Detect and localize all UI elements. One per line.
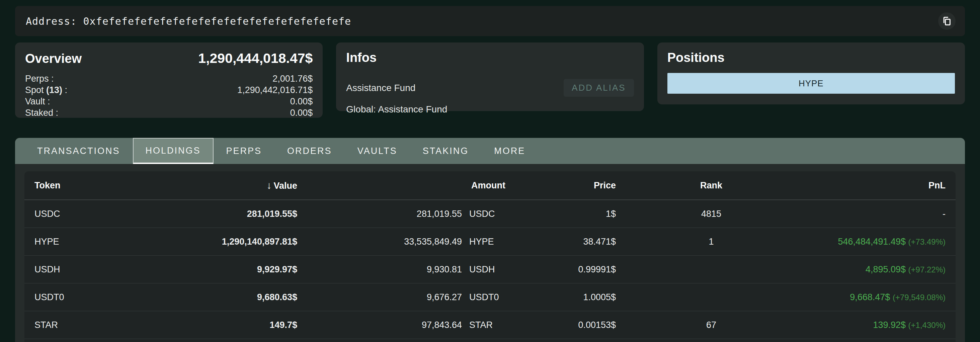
sort-descending-icon: ↓	[266, 180, 272, 191]
perps-value: 2,001.76$	[272, 73, 313, 84]
staked-value: 0.00$	[290, 107, 313, 118]
overview-total-value: 1,290,444,018.47$	[198, 51, 313, 66]
table-row[interactable]: HYPE 1,290,140,897.81$ 33,535,849.49 HYP…	[24, 228, 956, 256]
token-value: 9,929.97$	[128, 264, 297, 275]
token-amount: 33,535,849.49	[297, 237, 462, 247]
token-name: USDT0	[35, 292, 128, 302]
column-header-token: Token	[35, 180, 128, 191]
token-amount: 281,019.55	[297, 209, 462, 219]
column-header-amount: Amount	[297, 180, 505, 191]
position-hype-button[interactable]: HYPE	[667, 73, 955, 94]
table-row[interactable]: STAR 149.7$ 97,843.64 STAR 0.00153$ 67 1…	[24, 311, 956, 339]
token-price: 0.00153$	[505, 320, 616, 330]
token-symbol: USDT0	[462, 292, 505, 302]
spot-value: 1,290,442,016.71$	[237, 84, 313, 96]
column-header-pnl: PnL	[807, 180, 945, 191]
token-name: USDC	[35, 209, 128, 219]
address-bar: Address: 0xfefefefefefefefefefefefefefef…	[15, 6, 965, 36]
tab-holdings[interactable]: HOLDINGS	[133, 138, 213, 164]
token-amount: 9,676.27	[297, 292, 462, 302]
table-row[interactable]: USDH 9,929.97$ 9,930.81 USDH 0.99991$ 4,…	[24, 256, 956, 283]
holdings-panel: Token ↓Value Amount Price Rank PnL USDC …	[15, 164, 965, 342]
summary-cards: Overview 1,290,444,018.47$ Perps : 2,001…	[15, 43, 965, 118]
column-header-value[interactable]: ↓Value	[128, 180, 297, 191]
token-pnl: 546,484,491.49$ (+73.49%)	[807, 237, 945, 247]
column-header-price: Price	[505, 180, 616, 191]
tab-transactions[interactable]: TRANSACTIONS	[24, 138, 133, 164]
staked-label: Staked :	[25, 107, 58, 118]
tab-staking[interactable]: STAKING	[410, 138, 482, 164]
section-tabs: TRANSACTIONS HOLDINGS PERPS ORDERS VAULT…	[15, 138, 965, 164]
add-alias-button[interactable]: ADD ALIAS	[564, 79, 633, 97]
token-price: 0.99991$	[505, 264, 616, 275]
token-pnl: -	[807, 209, 945, 219]
overview-card: Overview 1,290,444,018.47$ Perps : 2,001…	[15, 43, 323, 118]
holdings-table: Token ↓Value Amount Price Rank PnL USDC …	[24, 171, 956, 342]
tab-more[interactable]: MORE	[481, 138, 538, 164]
table-header-row: Token ↓Value Amount Price Rank PnL	[24, 171, 956, 200]
token-pnl: 9,668.47$ (+79,549.08%)	[807, 292, 945, 302]
token-value: 281,019.55$	[128, 209, 297, 219]
token-price: 38.471$	[505, 237, 616, 247]
tab-perps[interactable]: PERPS	[213, 138, 275, 164]
vault-label: Vault :	[25, 96, 50, 107]
positions-card: Positions HYPE	[657, 43, 965, 104]
infos-card: Infos Assistance Fund ADD ALIAS Global: …	[336, 43, 644, 111]
token-rank: 4815	[616, 209, 807, 219]
token-symbol: STAR	[462, 320, 505, 330]
token-amount: 97,843.64	[297, 320, 462, 330]
token-value: 149.7$	[128, 320, 297, 330]
tab-vaults[interactable]: VAULTS	[345, 138, 410, 164]
alias-name: Assistance Fund	[346, 83, 415, 93]
token-rank: 67	[616, 320, 807, 330]
overview-title: Overview	[25, 51, 82, 66]
overview-row-vault: Vault : 0.00$	[25, 96, 313, 107]
token-symbol: USDC	[462, 209, 505, 219]
overview-row-spot: Spot (13) : 1,290,442,016.71$	[25, 84, 313, 96]
token-pnl: 4,895.09$ (+97.22%)	[807, 264, 945, 275]
token-pnl: 139.92$ (+1,430%)	[807, 320, 945, 330]
table-row[interactable]: USDC 281,019.55$ 281,019.55 USDC 1$ 4815…	[24, 200, 956, 228]
token-price: 1$	[505, 209, 616, 219]
token-rank: 1	[616, 237, 807, 247]
positions-title: Positions	[667, 51, 955, 65]
token-amount: 9,930.81	[297, 264, 462, 275]
token-name: HYPE	[35, 237, 128, 247]
table-row[interactable]: USDT0 9,680.63$ 9,676.27 USDT0 1.0005$ 9…	[24, 283, 956, 311]
infos-title: Infos	[346, 51, 633, 65]
token-name: STAR	[35, 320, 128, 330]
token-value: 9,680.63$	[128, 292, 297, 302]
token-symbol: HYPE	[462, 237, 505, 247]
vault-value: 0.00$	[290, 96, 313, 107]
token-price: 1.0005$	[505, 292, 616, 302]
global-alias: Global: Assistance Fund	[346, 104, 633, 115]
token-value: 1,290,140,897.81$	[128, 237, 297, 247]
perps-label: Perps :	[25, 73, 54, 84]
overview-row-staked: Staked : 0.00$	[25, 107, 313, 118]
address-text: Address: 0xfefefefefefefefefefefefefefef…	[26, 15, 938, 27]
overview-row-perps: Perps : 2,001.76$	[25, 73, 313, 84]
column-header-rank: Rank	[616, 180, 807, 191]
spot-label: Spot (13) :	[25, 84, 67, 96]
copy-address-button[interactable]	[938, 13, 956, 30]
token-name: USDH	[35, 264, 128, 275]
tab-orders[interactable]: ORDERS	[274, 138, 345, 164]
copy-icon	[942, 16, 952, 26]
token-symbol: USDH	[462, 264, 505, 275]
